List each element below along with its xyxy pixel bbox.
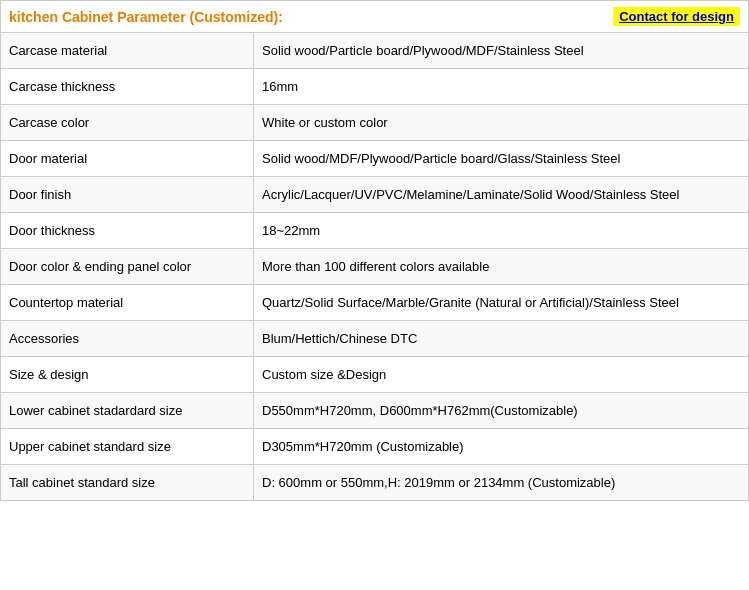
param-value: Blum/Hettich/Chinese DTC	[254, 321, 749, 357]
param-label: Carcase material	[1, 33, 254, 69]
param-value: Custom size &Design	[254, 357, 749, 393]
table-row: Lower cabinet stadardard sizeD550mm*H720…	[1, 393, 749, 429]
table-row: AccessoriesBlum/Hettich/Chinese DTC	[1, 321, 749, 357]
table-row: Door finishAcrylic/Lacquer/UV/PVC/Melami…	[1, 177, 749, 213]
table-row: Door materialSolid wood/MDF/Plywood/Part…	[1, 141, 749, 177]
table-row: Carcase colorWhite or custom color	[1, 105, 749, 141]
table-row: Countertop materialQuartz/Solid Surface/…	[1, 285, 749, 321]
param-label: Carcase color	[1, 105, 254, 141]
table-row: Upper cabinet standard sizeD305mm*H720mm…	[1, 429, 749, 465]
page-title: kitchen Cabinet Parameter (Customized):	[9, 9, 283, 25]
param-label: Lower cabinet stadardard size	[1, 393, 254, 429]
param-label: Door material	[1, 141, 254, 177]
param-value: Solid wood/Particle board/Plywood/MDF/St…	[254, 33, 749, 69]
param-value: Quartz/Solid Surface/Marble/Granite (Nat…	[254, 285, 749, 321]
param-value: White or custom color	[254, 105, 749, 141]
param-value: Solid wood/MDF/Plywood/Particle board/Gl…	[254, 141, 749, 177]
param-label: Tall cabinet standard size	[1, 465, 254, 501]
param-label: Carcase thickness	[1, 69, 254, 105]
table-row: Door thickness18~22mm	[1, 213, 749, 249]
param-value: D305mm*H720mm (Customizable)	[254, 429, 749, 465]
table-row: Carcase materialSolid wood/Particle boar…	[1, 33, 749, 69]
param-value: 16mm	[254, 69, 749, 105]
table-row: Carcase thickness16mm	[1, 69, 749, 105]
param-label: Door finish	[1, 177, 254, 213]
table-row: Door color & ending panel colorMore than…	[1, 249, 749, 285]
page-header: kitchen Cabinet Parameter (Customized): …	[0, 0, 749, 32]
contact-link[interactable]: Contact for design	[613, 7, 740, 26]
param-value: 18~22mm	[254, 213, 749, 249]
param-value: Acrylic/Lacquer/UV/PVC/Melamine/Laminate…	[254, 177, 749, 213]
param-value: More than 100 different colors available	[254, 249, 749, 285]
parameters-table: Carcase materialSolid wood/Particle boar…	[0, 32, 749, 501]
table-row: Tall cabinet standard sizeD: 600mm or 55…	[1, 465, 749, 501]
param-label: Door color & ending panel color	[1, 249, 254, 285]
param-label: Accessories	[1, 321, 254, 357]
table-row: Size & designCustom size &Design	[1, 357, 749, 393]
param-label: Upper cabinet standard size	[1, 429, 254, 465]
param-label: Door thickness	[1, 213, 254, 249]
param-value: D: 600mm or 550mm,H: 2019mm or 2134mm (C…	[254, 465, 749, 501]
param-label: Countertop material	[1, 285, 254, 321]
param-label: Size & design	[1, 357, 254, 393]
param-value: D550mm*H720mm, D600mm*H762mm(Customizabl…	[254, 393, 749, 429]
